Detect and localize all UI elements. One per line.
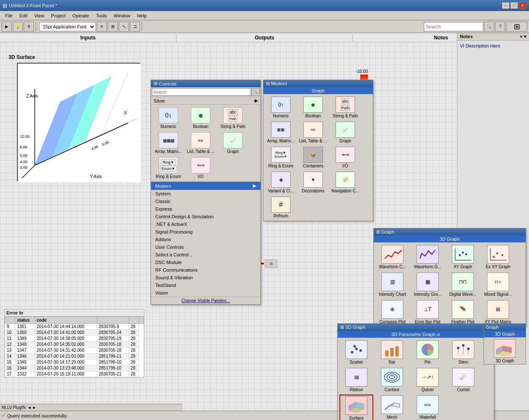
graph-digital-wave[interactable]: ⊓⊓ Digital Wave... <box>446 272 480 298</box>
menu-view[interactable]: View <box>31 12 48 19</box>
menu-help[interactable]: Help <box>134 12 150 19</box>
modern-io[interactable]: ⟺ I/O <box>330 146 361 169</box>
modern-numeric[interactable]: 0↕ Numeric <box>265 96 297 119</box>
palette-item-array[interactable]: ▦▦▦ Array, Matrix... <box>153 131 184 155</box>
svg-point-35 <box>493 256 495 258</box>
palette-menu-dsc[interactable]: DSC Module <box>151 259 260 266</box>
modern-containers[interactable]: 📦 Containers <box>297 146 329 169</box>
modern-list[interactable]: ≡≡ List, Table & ... <box>297 121 329 144</box>
search-input[interactable] <box>424 22 483 31</box>
graph-waveform-graph[interactable]: Waveform G... <box>411 244 445 270</box>
palette-search-button[interactable]: 🔍 <box>251 88 260 96</box>
palette-menu-sp[interactable]: Signal Processing <box>151 228 260 236</box>
graph3d-stem[interactable]: Stem <box>446 339 480 365</box>
close-button[interactable]: ✕ <box>519 2 526 9</box>
graph3d-surface[interactable]: Surface <box>339 395 373 420</box>
palette-menu-modern[interactable]: Modern ▶ <box>151 182 260 190</box>
modern-array[interactable]: ▦▦ Array, Matrix... <box>265 121 297 144</box>
modern-string[interactable]: abc Path String & Path <box>330 96 361 119</box>
modern-refnum[interactable]: # Refnum <box>265 196 297 219</box>
menu-project[interactable]: Project <box>48 12 69 19</box>
palette-menu-addons[interactable]: Addons <box>151 236 260 243</box>
graph3d-waterfall[interactable]: ≈≈ Waterfall <box>411 395 445 420</box>
dist-btn[interactable]: ⊞ <box>108 22 118 32</box>
palette-item-graph[interactable]: 📈 Graph <box>217 131 249 155</box>
controls-palette: ⊞ Controls 🔍 Silver ▶ 0↕ Numeric ● <box>151 80 261 305</box>
palette-menu-rf[interactable]: RF Communications <box>151 266 260 274</box>
palette-search-input[interactable] <box>152 88 251 96</box>
palette-menu-cds[interactable]: Control Design & Simulation <box>151 213 260 220</box>
graph3d-side-label-text: 3D Graph <box>486 359 524 363</box>
modern-variant[interactable]: ◈ Variant & Cl... <box>265 171 297 194</box>
svg-point-53 <box>387 374 397 381</box>
palette-menu-teststand[interactable]: TestStand <box>151 281 260 289</box>
palette-item-boolean[interactable]: ● Boolean <box>185 106 216 130</box>
title-bar: ⊞ Untitled 3 Front Panel * ─ □ ✕ <box>0 0 529 11</box>
palette-menu-express[interactable]: Express <box>151 205 260 213</box>
palette-item-io[interactable]: ⟺ I/O <box>185 156 216 180</box>
svg-point-41 <box>353 345 356 348</box>
modern-ring-icon: Ring▼Enum▼ <box>271 147 291 163</box>
modern-nav[interactable]: 🧭 Navigation C... <box>330 171 361 194</box>
svg-rect-43 <box>390 348 394 356</box>
menu-file[interactable]: File <box>2 12 16 19</box>
graph3d-bar[interactable]: Bar <box>375 339 409 365</box>
palette-menu-vision[interactable]: Vision <box>151 289 260 297</box>
graph-grid-2: ▥ Intensity Chart ▦ Intensity Gra... ⊓⊓ … <box>374 272 526 299</box>
search-button[interactable]: 🔍 <box>484 22 494 32</box>
graph3d-comet[interactable]: ☄ Comet <box>446 367 480 393</box>
palette-menu-classic[interactable]: Classic <box>151 197 260 205</box>
modern-ring[interactable]: Ring▼Enum▼ Ring & Enum <box>265 146 297 169</box>
resize-btn[interactable]: ⤡ <box>119 22 129 32</box>
palette-menu-system[interactable]: System <box>151 190 260 197</box>
palette-item-numeric[interactable]: 0↕ Numeric <box>153 106 184 130</box>
modern-boolean[interactable]: ● Boolean <box>297 96 329 119</box>
palette-menu-net[interactable]: .NET & ActiveX <box>151 220 260 228</box>
graph-feather[interactable]: 🪶 Feather Plot <box>446 299 480 325</box>
help-btn[interactable]: ? <box>495 22 505 32</box>
menu-edit[interactable]: Edit <box>16 12 31 19</box>
menu-tools[interactable]: Tools <box>92 12 110 19</box>
graph3d-side-icon[interactable] <box>494 339 516 358</box>
row-val: 28 <box>129 365 139 371</box>
graph-xy-matrix[interactable]: ⊞ XY Plot Matrix <box>481 299 515 325</box>
run-arrow-btn[interactable]: ▶ <box>2 22 12 32</box>
menu-window[interactable]: Window <box>110 12 134 19</box>
graph-intensity-chart[interactable]: ▥ Intensity Chart <box>375 272 409 298</box>
graph-intensity-graph[interactable]: ▦ Intensity Gra... <box>411 272 445 298</box>
menu-operate[interactable]: Operate <box>69 12 93 19</box>
maximize-button[interactable]: □ <box>510 2 518 9</box>
graph3d-mesh[interactable]: Mesh <box>375 395 409 420</box>
graph-xy[interactable]: XY Graph <box>446 244 480 270</box>
palette-item-list[interactable]: ≡≡ List, Table & ... <box>185 131 216 155</box>
align-btn[interactable]: ≡ <box>97 22 107 32</box>
graph3d-grid: Scatter Bar Pie Stem <box>338 338 494 367</box>
palette-item-ring[interactable]: Ring▼ Enum▼ Ring & Enum <box>153 156 184 180</box>
graph3d-ribbon[interactable]: ≋ Ribbon <box>339 367 373 393</box>
inputs-header: Inputs <box>0 34 176 42</box>
palette-menu-select[interactable]: Select a Control... <box>151 251 260 259</box>
graph-error-bar[interactable]: ⊥T Error Bar Plot <box>411 299 445 325</box>
minimize-button[interactable]: ─ <box>502 2 509 9</box>
palette-change-bar[interactable]: Change Visible Palettes... <box>151 297 260 304</box>
graph-compass[interactable]: ⊕ Compass Plot <box>375 299 409 325</box>
order-btn[interactable]: ⊐ <box>130 22 140 32</box>
pause-btn[interactable]: ⏸ <box>24 22 34 32</box>
digital-wave-icon: ⊓⊓ <box>452 273 474 291</box>
modern-graph[interactable]: 📈 Graph <box>330 121 361 144</box>
graph-mixed-signal[interactable]: ⊓⊹ Mixed Signal... <box>481 272 515 298</box>
graph3d-pie[interactable]: Pie <box>411 339 445 365</box>
palette-item-string[interactable]: abc Path String & Path <box>217 106 249 130</box>
modern-variant-icon: ◈ <box>271 172 291 188</box>
palette-menu-sv[interactable]: Sound & Vibration <box>151 274 260 281</box>
run-highlight-btn[interactable]: 💡 <box>13 22 23 32</box>
graph-ex-xy[interactable]: Ex XY Graph <box>481 244 515 270</box>
graph3d-contour[interactable]: Contour <box>375 367 409 393</box>
graph3d-quiver[interactable]: →↗↑ Quiver <box>411 367 445 393</box>
graph3d-scatter[interactable]: Scatter <box>339 339 373 365</box>
font-selector[interactable]: 15pt Application Font <box>39 22 96 31</box>
row-num: 14 <box>5 353 15 359</box>
graph-waveform-chart[interactable]: Waveform C... <box>375 244 409 270</box>
palette-menu-userctrl[interactable]: User Controls <box>151 243 260 251</box>
modern-decorations[interactable]: ✦ Decorations <box>297 171 329 194</box>
